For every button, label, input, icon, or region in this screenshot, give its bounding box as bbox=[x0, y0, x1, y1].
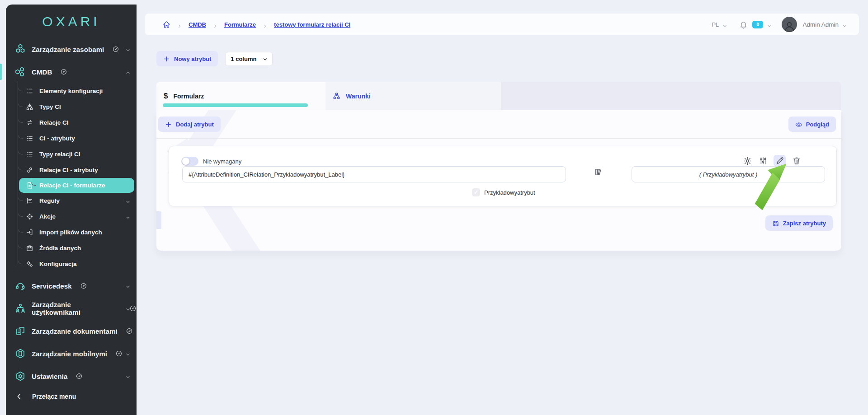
panel-header: Dodaj atrybut Podgląd bbox=[156, 110, 841, 139]
sidebar-item-relacje-ci-atrybuty[interactable]: Relacje CI - atrybuty bbox=[6, 162, 137, 178]
topbar-controls: PL 0 Admin Admin bbox=[712, 17, 847, 32]
tab-formularz[interactable]: $ Formularz bbox=[156, 82, 326, 110]
trash-icon[interactable] bbox=[792, 156, 801, 166]
chevron-right-icon bbox=[263, 22, 267, 27]
sidebar-item-import-plikow-danych[interactable]: Import plików danych bbox=[6, 224, 137, 240]
sidebar-item-relacje-ci[interactable]: Relacje CI bbox=[6, 115, 137, 131]
columns-select[interactable]: 1 column bbox=[225, 52, 273, 66]
sidebar-item-typy-ci[interactable]: Typy CI bbox=[6, 99, 137, 115]
sidebar-item-elementy-konfiguracji[interactable]: Elementy konfiguracji bbox=[6, 83, 137, 99]
sidebar-item-typy-relacji-ci[interactable]: Typy relacji CI bbox=[6, 146, 137, 162]
rules-icon bbox=[26, 197, 33, 205]
gauge-icon bbox=[60, 68, 67, 75]
attribute-checkbox-label: Przykladowyatrybut bbox=[484, 189, 535, 196]
chevron-up-icon bbox=[125, 69, 131, 75]
active-tab-indicator bbox=[163, 103, 308, 107]
chevron-down-icon bbox=[125, 306, 131, 311]
documents-icon bbox=[15, 326, 26, 336]
gauge-icon bbox=[75, 373, 83, 380]
tab-warunki[interactable]: Warunki bbox=[326, 82, 501, 110]
user-menu[interactable]: Admin Admin bbox=[802, 21, 839, 28]
attribute-card: Nie wymagany ( Przykladowyatrybut ) Przy… bbox=[169, 146, 837, 206]
edit-pencil-icon[interactable] bbox=[774, 155, 786, 167]
save-row: Zapisz atrybuty bbox=[765, 215, 833, 231]
form-toolbar: Nowy atrybut 1 column bbox=[156, 51, 273, 66]
settings-icon bbox=[15, 371, 26, 382]
settings-gear-icon[interactable] bbox=[743, 156, 752, 166]
chevron-down-icon bbox=[125, 373, 131, 379]
sidebar-item-akcje[interactable]: Akcje bbox=[6, 209, 137, 224]
sidebar-item-konfiguracja[interactable]: Konfiguracja bbox=[6, 256, 137, 272]
notifications-bell-icon[interactable] bbox=[739, 20, 748, 29]
active-section-indicator bbox=[0, 64, 2, 80]
sliders-icon[interactable] bbox=[758, 156, 768, 166]
chevron-down-icon[interactable] bbox=[842, 22, 847, 27]
sidebar-item-relacje-ci-formularze[interactable]: Relacje CI - formularze bbox=[19, 178, 134, 193]
chevron-right-icon bbox=[213, 22, 217, 27]
headset-icon bbox=[15, 280, 26, 291]
attribute-display-value[interactable]: ( Przykladowyatrybut ) bbox=[632, 166, 825, 182]
add-attribute-button[interactable]: Dodaj atrybut bbox=[158, 117, 221, 132]
notifications-count-badge[interactable]: 0 bbox=[752, 21, 763, 28]
sidebar-item-cmdb[interactable]: CMDB bbox=[6, 61, 137, 83]
chevron-down-icon bbox=[125, 198, 131, 204]
library-books-icon[interactable] bbox=[594, 168, 603, 177]
sidebar-item-reguly[interactable]: Reguły bbox=[6, 193, 137, 209]
chevron-down-icon bbox=[125, 328, 131, 334]
attribute-label-input[interactable] bbox=[182, 166, 566, 182]
chevron-down-icon bbox=[125, 214, 131, 219]
save-floppy-icon bbox=[772, 220, 779, 227]
chevron-right-icon bbox=[177, 22, 182, 27]
sidebar-item-zarzadzanie-mobilnymi[interactable]: Zarządzanie mobilnymi bbox=[6, 342, 137, 365]
breadcrumb-formularze[interactable]: Formularze bbox=[224, 21, 256, 28]
language-selector[interactable]: PL bbox=[712, 21, 719, 28]
cmdb-icon bbox=[15, 66, 26, 77]
chevron-down-icon bbox=[125, 351, 131, 356]
panel-side-tag bbox=[156, 211, 161, 229]
gauge-icon bbox=[80, 282, 87, 289]
list-icon bbox=[26, 135, 33, 142]
data-source-icon bbox=[26, 244, 33, 252]
columns-select-wrap: 1 column bbox=[225, 52, 273, 66]
chevron-down-icon[interactable] bbox=[722, 22, 727, 27]
form-tabs: $ Formularz Warunki bbox=[156, 82, 841, 110]
hierarchy-icon bbox=[26, 103, 33, 111]
breadcrumb: CMDB Formularze testowy formularz relacj… bbox=[163, 21, 350, 28]
preview-button[interactable]: Podgląd bbox=[788, 117, 836, 132]
home-icon[interactable] bbox=[163, 21, 170, 28]
required-toggle[interactable] bbox=[181, 157, 198, 166]
breadcrumb-cmdb[interactable]: CMDB bbox=[189, 21, 206, 28]
required-toggle-row: Nie wymagany bbox=[181, 157, 241, 166]
new-attribute-button[interactable]: Nowy atrybut bbox=[156, 51, 218, 66]
chevron-down-icon[interactable] bbox=[767, 22, 772, 27]
sitemap-icon bbox=[333, 92, 340, 100]
dollar-icon: $ bbox=[164, 92, 168, 101]
user-avatar[interactable] bbox=[782, 17, 797, 32]
save-attributes-button[interactable]: Zapisz atrybuty bbox=[765, 215, 833, 231]
gears-icon bbox=[26, 260, 33, 268]
sidebar-item-zarzadzanie-dokumentami[interactable]: Zarządzanie dokumentami bbox=[6, 320, 137, 342]
plus-icon bbox=[165, 121, 172, 128]
assets-icon bbox=[15, 44, 26, 55]
cmdb-submenu: Elementy konfiguracji Typy CI Relacje CI… bbox=[6, 83, 137, 272]
swap-icon bbox=[26, 119, 33, 126]
topbar: CMDB Formularze testowy formularz relacj… bbox=[145, 14, 859, 35]
sidebar-item-servicedesk[interactable]: Servicedesk bbox=[6, 275, 137, 297]
sidebar-item-zarzadzanie-uzytkownikami[interactable]: Zarządzanie użytkownikami bbox=[6, 297, 137, 320]
gauge-icon bbox=[115, 350, 123, 357]
collapse-menu-button[interactable]: Przełącz menu bbox=[6, 390, 137, 403]
form-builder-panel: Dodaj atrybut Podgląd Nie wymagany ( Prz… bbox=[156, 110, 841, 251]
sidebar-item-ci-atrybuty[interactable]: CI - atrybuty bbox=[6, 131, 137, 146]
breadcrumb-current-form[interactable]: testowy formularz relacji CI bbox=[274, 21, 350, 28]
sidebar-item-zarzadzanie-zasobami[interactable]: Zarządzanie zasobami bbox=[6, 38, 137, 61]
list-icon bbox=[26, 150, 33, 158]
required-toggle-label: Nie wymagany bbox=[203, 158, 241, 165]
link-icon bbox=[26, 166, 33, 174]
chevron-down-icon bbox=[125, 47, 131, 52]
chevron-left-icon bbox=[16, 393, 22, 400]
sidebar-item-zrodla-danych[interactable]: Źródła danych bbox=[6, 240, 137, 256]
gauge-icon bbox=[112, 46, 119, 53]
sidebar-item-ustawienia[interactable]: Ustawienia bbox=[6, 365, 137, 387]
attribute-checkbox[interactable] bbox=[472, 188, 480, 196]
sidebar-nav: Zarządzanie zasobami CMDB Elementy konfi… bbox=[6, 33, 137, 387]
